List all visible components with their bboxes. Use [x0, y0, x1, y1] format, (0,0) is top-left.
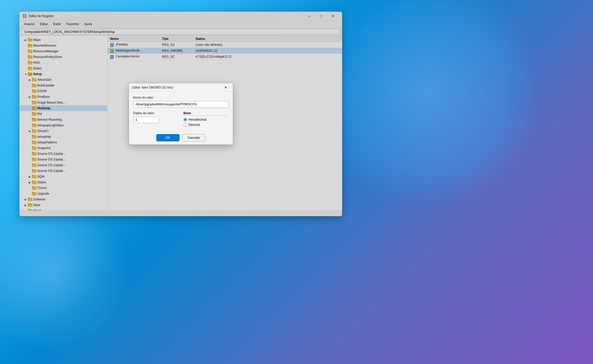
- dialog-base-title: Base: [183, 111, 229, 116]
- radio-decimal[interactable]: Decimal: [183, 123, 229, 127]
- dialog-ok-button[interactable]: OK: [156, 134, 180, 141]
- dialog-data-input[interactable]: [133, 117, 159, 123]
- radio-hex-input[interactable]: [183, 118, 187, 121]
- dialog-title: Editar Valor DWORD (32 bits): [132, 86, 222, 89]
- radio-hexadecimal[interactable]: Hexadecimal: [183, 118, 229, 121]
- registry-window: Editor do Registro ─ □ ✕ Arquivo Editar …: [19, 12, 342, 216]
- dialog-cancel-button[interactable]: Cancelar: [182, 134, 206, 141]
- dialog-value-section: Dados do valor:: [133, 111, 178, 123]
- dialog-name-input[interactable]: [133, 101, 229, 108]
- radio-dec-input[interactable]: [183, 123, 187, 127]
- dialog-name-label: Nome do valor:: [133, 96, 229, 99]
- radio-dec-label: Decimal: [189, 123, 200, 127]
- dialog-overlay: Editar Valor DWORD (32 bits) ✕ Nome do v…: [19, 12, 342, 216]
- dialog-title-bar: Editar Valor DWORD (32 bits) ✕: [129, 83, 233, 92]
- dialog-body: Nome do valor: Dados do valor: Base Hexa…: [129, 92, 233, 131]
- dialog-data-label: Dados do valor:: [133, 111, 178, 115]
- dialog-base-section: Base Hexadecimal Decimal: [183, 111, 229, 127]
- dialog-row: Dados do valor: Base Hexadecimal: [133, 111, 229, 127]
- dword-dialog: Editar Valor DWORD (32 bits) ✕ Nome do v…: [129, 83, 233, 144]
- dialog-close-button[interactable]: ✕: [222, 84, 230, 91]
- dialog-footer: OK Cancelar: [129, 131, 233, 144]
- radio-hex-label: Hexadecimal: [189, 118, 207, 121]
- radio-group: Hexadecimal Decimal: [183, 118, 229, 127]
